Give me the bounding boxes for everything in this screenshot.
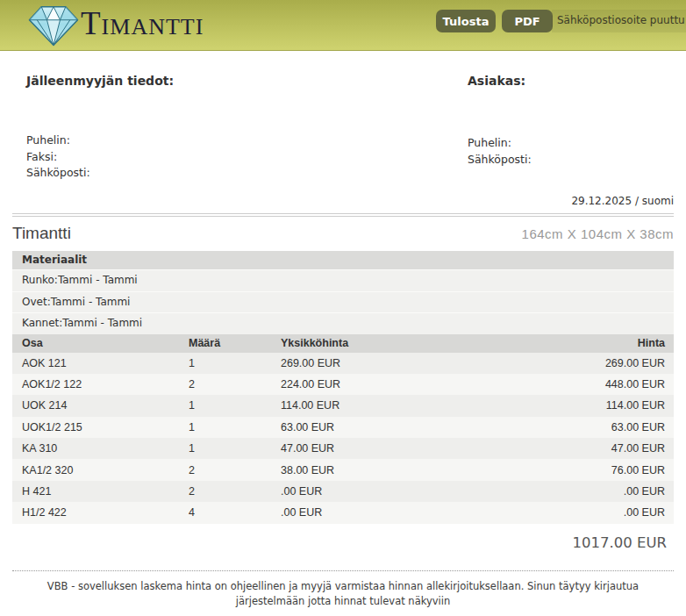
column-header: Osa bbox=[22, 337, 189, 349]
table-cell: 2 bbox=[189, 485, 281, 498]
table-cell: 63.00 EUR bbox=[281, 421, 533, 433]
table-cell: 47.00 EUR bbox=[533, 442, 665, 455]
table-row: AOK1/2 1222224.00 EUR448.00 EUR bbox=[12, 374, 674, 395]
pdf-button[interactable]: PDF bbox=[502, 10, 553, 32]
table-cell: AOK1/2 122 bbox=[22, 378, 189, 390]
table-row: H1/2 4224.00 EUR.00 EUR bbox=[12, 502, 674, 523]
table-cell: 114.00 EUR bbox=[281, 399, 533, 412]
table-cell: KA1/2 320 bbox=[22, 464, 189, 476]
parts-table-body: AOK 1211269.00 EUR269.00 EURAOK1/2 12222… bbox=[12, 353, 674, 524]
table-cell: 269.00 EUR bbox=[533, 357, 665, 369]
table-cell: 63.00 EUR bbox=[533, 421, 665, 433]
table-cell: H1/2 422 bbox=[22, 506, 189, 519]
brand-wordmark: Timantti bbox=[81, 4, 204, 42]
column-header: Yksikköhinta bbox=[281, 337, 533, 349]
table-cell: 1 bbox=[189, 421, 281, 433]
table-cell: AOK 121 bbox=[22, 357, 189, 369]
customer-contact-labels: Puhelin: Sähköposti: bbox=[468, 135, 532, 168]
materials-header: Materiaalit bbox=[12, 251, 674, 269]
total-price: 1017.00 EUR bbox=[12, 534, 674, 551]
table-row: KA1/2 320238.00 EUR76.00 EUR bbox=[12, 459, 674, 480]
table-cell: UOK 214 bbox=[22, 399, 189, 412]
parts-table-header: OsaMääräYksikköhintaHinta bbox=[12, 334, 674, 353]
table-cell: UOK1/2 215 bbox=[22, 421, 189, 433]
table-cell: 76.00 EUR bbox=[533, 464, 665, 476]
table-row: KA 310147.00 EUR47.00 EUR bbox=[12, 438, 674, 459]
table-cell: 1 bbox=[189, 442, 281, 455]
product-name: Timantti bbox=[12, 224, 71, 243]
table-cell: KA 310 bbox=[22, 442, 189, 455]
dealer-phone-label: Puhelin: bbox=[26, 133, 90, 149]
dealer-contact-labels: Puhelin: Faksi: Sähköposti: bbox=[26, 133, 90, 182]
dealer-section-title: Jälleenmyyjän tiedot: bbox=[26, 74, 174, 88]
tables-area: Materiaalit Runko:Tammi - TammiOvet:Tamm… bbox=[12, 251, 674, 610]
table-cell: 38.00 EUR bbox=[281, 464, 533, 476]
product-header-row: Timantti 164cm X 104cm X 38cm bbox=[12, 221, 674, 246]
table-row: H 4212.00 EUR.00 EUR bbox=[12, 481, 674, 502]
table-cell: 1 bbox=[189, 399, 281, 412]
table-cell: .00 EUR bbox=[281, 506, 533, 519]
material-row: Runko:Tammi - Tammi bbox=[12, 269, 674, 291]
table-cell: 2 bbox=[189, 378, 281, 390]
table-row: AOK 1211269.00 EUR269.00 EUR bbox=[12, 353, 674, 374]
materials-table-body: Runko:Tammi - TammiOvet:Tammi - TammiKan… bbox=[12, 269, 674, 334]
dealer-email-label: Sähköposti: bbox=[26, 165, 90, 182]
table-cell: 269.00 EUR bbox=[281, 357, 533, 369]
table-cell: .00 EUR bbox=[281, 485, 533, 498]
table-cell: H 421 bbox=[22, 485, 189, 498]
section-divider bbox=[12, 213, 674, 217]
table-cell: .00 EUR bbox=[533, 485, 665, 498]
date-locale: 29.12.2025 / suomi bbox=[571, 195, 674, 207]
material-row: Ovet:Tammi - Tammi bbox=[12, 291, 674, 313]
dealer-fax-label: Faksi: bbox=[26, 149, 90, 166]
customer-phone-label: Puhelin: bbox=[468, 135, 532, 152]
customer-email-label: Sähköposti: bbox=[468, 152, 532, 168]
customer-section-title: Asiakas: bbox=[468, 74, 525, 88]
table-cell: 1 bbox=[189, 357, 281, 369]
product-dimensions: 164cm X 104cm X 38cm bbox=[522, 226, 674, 241]
table-row: UOK1/2 215163.00 EUR63.00 EUR bbox=[12, 417, 674, 438]
table-cell: 4 bbox=[189, 506, 281, 519]
column-header: Määrä bbox=[189, 337, 281, 349]
table-row: UOK 2141114.00 EUR114.00 EUR bbox=[12, 395, 674, 416]
column-header: Hinta bbox=[533, 337, 665, 349]
table-cell: 448.00 EUR bbox=[533, 378, 665, 390]
header: Timantti Tulosta PDF Sähköpostiosoite pu… bbox=[0, 0, 686, 51]
material-row: Kannet:Tammi - Tammi bbox=[12, 312, 674, 334]
table-cell: 47.00 EUR bbox=[281, 442, 533, 455]
disclaimer-text: VBB - sovelluksen laskema hinta on ohjee… bbox=[31, 579, 655, 610]
dotted-divider bbox=[12, 570, 674, 571]
table-cell: 114.00 EUR bbox=[533, 399, 665, 412]
diamond-icon bbox=[24, 4, 83, 47]
table-cell: 224.00 EUR bbox=[281, 378, 533, 390]
email-missing-status: Sähköpostiosoite puuttu bbox=[552, 10, 686, 32]
print-button[interactable]: Tulosta bbox=[436, 10, 496, 32]
table-cell: 2 bbox=[189, 464, 281, 476]
quote-page: Timantti Tulosta PDF Sähköpostiosoite pu… bbox=[0, 0, 686, 616]
table-cell: .00 EUR bbox=[533, 506, 665, 519]
